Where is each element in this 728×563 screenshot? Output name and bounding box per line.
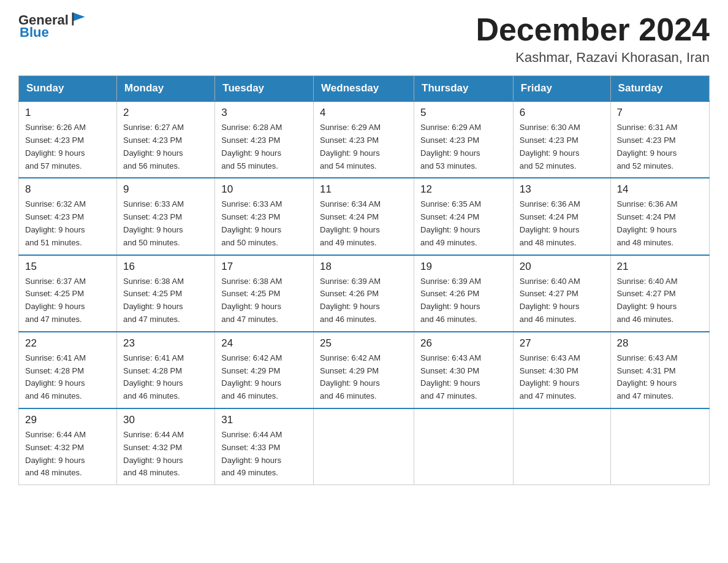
day-number: 22 xyxy=(25,337,110,350)
calendar-table: SundayMondayTuesdayWednesdayThursdayFrid… xyxy=(18,75,710,485)
calendar-week-row: 1 Sunrise: 6:26 AM Sunset: 4:23 PM Dayli… xyxy=(19,101,710,178)
calendar-cell: 5 Sunrise: 6:29 AM Sunset: 4:23 PM Dayli… xyxy=(414,101,514,178)
day-number: 11 xyxy=(320,183,408,196)
day-info: Sunrise: 6:32 AM Sunset: 4:23 PM Dayligh… xyxy=(25,198,110,249)
weekday-header-friday: Friday xyxy=(513,76,610,102)
weekday-header-sunday: Sunday xyxy=(19,76,117,102)
day-info: Sunrise: 6:35 AM Sunset: 4:24 PM Dayligh… xyxy=(420,198,507,249)
day-info: Sunrise: 6:36 AM Sunset: 4:24 PM Dayligh… xyxy=(520,198,604,249)
calendar-cell: 3 Sunrise: 6:28 AM Sunset: 4:23 PM Dayli… xyxy=(215,101,314,178)
calendar-cell: 28 Sunrise: 6:43 AM Sunset: 4:31 PM Dayl… xyxy=(610,332,709,408)
weekday-header-tuesday: Tuesday xyxy=(215,76,314,102)
calendar-cell: 27 Sunrise: 6:43 AM Sunset: 4:30 PM Dayl… xyxy=(513,332,610,408)
day-number: 5 xyxy=(420,107,507,119)
calendar-cell: 31 Sunrise: 6:44 AM Sunset: 4:33 PM Dayl… xyxy=(215,408,314,485)
day-number: 25 xyxy=(320,337,408,350)
day-info: Sunrise: 6:33 AM Sunset: 4:23 PM Dayligh… xyxy=(123,198,208,249)
calendar-cell: 18 Sunrise: 6:39 AM Sunset: 4:26 PM Dayl… xyxy=(314,255,414,332)
logo-text-blue: Blue xyxy=(20,25,49,40)
calendar-week-row: 15 Sunrise: 6:37 AM Sunset: 4:25 PM Dayl… xyxy=(19,255,710,332)
calendar-cell: 25 Sunrise: 6:42 AM Sunset: 4:29 PM Dayl… xyxy=(314,332,414,408)
day-info: Sunrise: 6:43 AM Sunset: 4:30 PM Dayligh… xyxy=(520,352,604,403)
calendar-cell: 10 Sunrise: 6:33 AM Sunset: 4:23 PM Dayl… xyxy=(215,178,314,255)
calendar-cell: 23 Sunrise: 6:41 AM Sunset: 4:28 PM Dayl… xyxy=(117,332,215,408)
weekday-header-monday: Monday xyxy=(117,76,215,102)
calendar-week-row: 22 Sunrise: 6:41 AM Sunset: 4:28 PM Dayl… xyxy=(19,332,710,408)
calendar-cell: 1 Sunrise: 6:26 AM Sunset: 4:23 PM Dayli… xyxy=(19,101,117,178)
calendar-cell: 21 Sunrise: 6:40 AM Sunset: 4:27 PM Dayl… xyxy=(610,255,709,332)
day-info: Sunrise: 6:39 AM Sunset: 4:26 PM Dayligh… xyxy=(420,275,507,326)
day-number: 10 xyxy=(221,183,307,196)
day-number: 7 xyxy=(617,107,703,119)
calendar-cell xyxy=(610,408,709,485)
day-info: Sunrise: 6:30 AM Sunset: 4:23 PM Dayligh… xyxy=(520,121,604,172)
day-info: Sunrise: 6:41 AM Sunset: 4:28 PM Dayligh… xyxy=(123,352,208,403)
day-info: Sunrise: 6:34 AM Sunset: 4:24 PM Dayligh… xyxy=(320,198,408,249)
calendar-cell xyxy=(314,408,414,485)
day-number: 24 xyxy=(221,337,307,350)
calendar-cell: 6 Sunrise: 6:30 AM Sunset: 4:23 PM Dayli… xyxy=(513,101,610,178)
day-info: Sunrise: 6:44 AM Sunset: 4:32 PM Dayligh… xyxy=(123,429,208,480)
day-number: 16 xyxy=(123,261,208,273)
day-number: 6 xyxy=(520,107,604,119)
calendar-cell: 24 Sunrise: 6:42 AM Sunset: 4:29 PM Dayl… xyxy=(215,332,314,408)
day-info: Sunrise: 6:38 AM Sunset: 4:25 PM Dayligh… xyxy=(123,275,208,326)
day-number: 21 xyxy=(617,261,703,273)
title-area: December 2024 Kashmar, Razavi Khorasan, … xyxy=(476,12,710,66)
day-number: 14 xyxy=(617,183,703,196)
calendar-cell: 22 Sunrise: 6:41 AM Sunset: 4:28 PM Dayl… xyxy=(19,332,117,408)
day-info: Sunrise: 6:41 AM Sunset: 4:28 PM Dayligh… xyxy=(25,352,110,403)
calendar-cell xyxy=(513,408,610,485)
weekday-header-saturday: Saturday xyxy=(610,76,709,102)
day-info: Sunrise: 6:27 AM Sunset: 4:23 PM Dayligh… xyxy=(123,121,208,172)
day-info: Sunrise: 6:29 AM Sunset: 4:23 PM Dayligh… xyxy=(320,121,408,172)
calendar-cell: 15 Sunrise: 6:37 AM Sunset: 4:25 PM Dayl… xyxy=(19,255,117,332)
calendar-cell: 30 Sunrise: 6:44 AM Sunset: 4:32 PM Dayl… xyxy=(117,408,215,485)
day-info: Sunrise: 6:37 AM Sunset: 4:25 PM Dayligh… xyxy=(25,275,110,326)
calendar-cell: 4 Sunrise: 6:29 AM Sunset: 4:23 PM Dayli… xyxy=(314,101,414,178)
day-number: 1 xyxy=(25,107,110,119)
day-number: 18 xyxy=(320,261,408,273)
day-number: 8 xyxy=(25,183,110,196)
calendar-cell: 20 Sunrise: 6:40 AM Sunset: 4:27 PM Dayl… xyxy=(513,255,610,332)
day-info: Sunrise: 6:43 AM Sunset: 4:30 PM Dayligh… xyxy=(420,352,507,403)
calendar-week-row: 8 Sunrise: 6:32 AM Sunset: 4:23 PM Dayli… xyxy=(19,178,710,255)
day-number: 26 xyxy=(420,337,507,350)
weekday-header-wednesday: Wednesday xyxy=(314,76,414,102)
month-title: December 2024 xyxy=(476,12,710,47)
day-info: Sunrise: 6:44 AM Sunset: 4:32 PM Dayligh… xyxy=(25,429,110,480)
calendar-cell: 19 Sunrise: 6:39 AM Sunset: 4:26 PM Dayl… xyxy=(414,255,514,332)
day-number: 30 xyxy=(123,414,208,426)
day-info: Sunrise: 6:42 AM Sunset: 4:29 PM Dayligh… xyxy=(320,352,408,403)
day-info: Sunrise: 6:31 AM Sunset: 4:23 PM Dayligh… xyxy=(617,121,703,172)
day-number: 31 xyxy=(221,414,307,426)
calendar-cell: 13 Sunrise: 6:36 AM Sunset: 4:24 PM Dayl… xyxy=(513,178,610,255)
logo-flag-icon xyxy=(70,10,87,28)
weekday-header-row: SundayMondayTuesdayWednesdayThursdayFrid… xyxy=(19,76,710,102)
day-info: Sunrise: 6:40 AM Sunset: 4:27 PM Dayligh… xyxy=(617,275,703,326)
day-info: Sunrise: 6:44 AM Sunset: 4:33 PM Dayligh… xyxy=(221,429,307,480)
day-number: 13 xyxy=(520,183,604,196)
day-info: Sunrise: 6:36 AM Sunset: 4:24 PM Dayligh… xyxy=(617,198,703,249)
day-info: Sunrise: 6:42 AM Sunset: 4:29 PM Dayligh… xyxy=(221,352,307,403)
calendar-cell: 12 Sunrise: 6:35 AM Sunset: 4:24 PM Dayl… xyxy=(414,178,514,255)
day-info: Sunrise: 6:39 AM Sunset: 4:26 PM Dayligh… xyxy=(320,275,408,326)
day-info: Sunrise: 6:26 AM Sunset: 4:23 PM Dayligh… xyxy=(25,121,110,172)
calendar-cell: 14 Sunrise: 6:36 AM Sunset: 4:24 PM Dayl… xyxy=(610,178,709,255)
logo: General Blue xyxy=(18,12,87,40)
day-number: 12 xyxy=(420,183,507,196)
calendar-cell xyxy=(414,408,514,485)
calendar-week-row: 29 Sunrise: 6:44 AM Sunset: 4:32 PM Dayl… xyxy=(19,408,710,485)
calendar-cell: 9 Sunrise: 6:33 AM Sunset: 4:23 PM Dayli… xyxy=(117,178,215,255)
calendar-cell: 29 Sunrise: 6:44 AM Sunset: 4:32 PM Dayl… xyxy=(19,408,117,485)
day-info: Sunrise: 6:43 AM Sunset: 4:31 PM Dayligh… xyxy=(617,352,703,403)
day-number: 29 xyxy=(25,414,110,426)
day-info: Sunrise: 6:28 AM Sunset: 4:23 PM Dayligh… xyxy=(221,121,307,172)
day-number: 20 xyxy=(520,261,604,273)
day-number: 4 xyxy=(320,107,408,119)
calendar-cell: 26 Sunrise: 6:43 AM Sunset: 4:30 PM Dayl… xyxy=(414,332,514,408)
day-number: 28 xyxy=(617,337,703,350)
day-info: Sunrise: 6:29 AM Sunset: 4:23 PM Dayligh… xyxy=(420,121,507,172)
calendar-cell: 16 Sunrise: 6:38 AM Sunset: 4:25 PM Dayl… xyxy=(117,255,215,332)
day-number: 23 xyxy=(123,337,208,350)
